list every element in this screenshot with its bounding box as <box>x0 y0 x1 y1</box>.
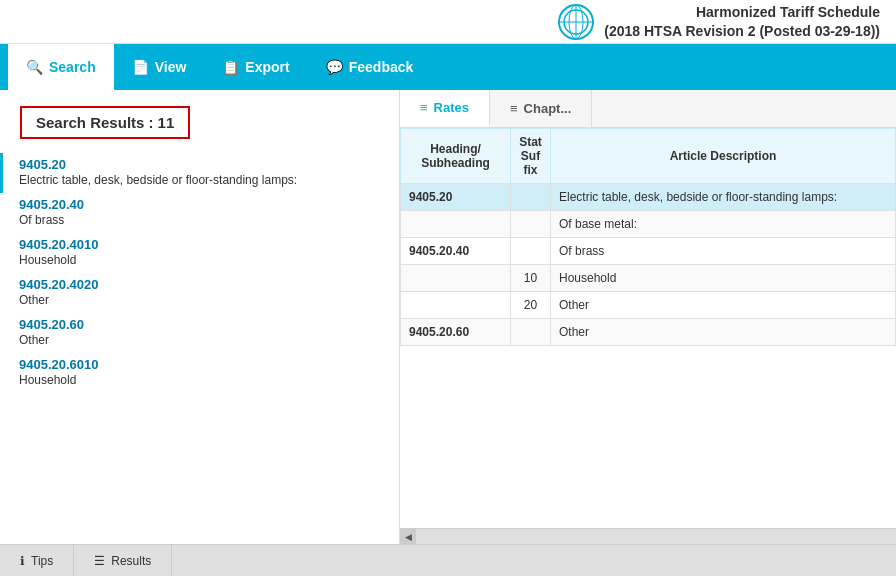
cell-heading: 9405.20 <box>401 184 511 211</box>
cell-suffix: 20 <box>511 292 551 319</box>
list-item-code: 9405.20 <box>19 157 383 172</box>
right-content[interactable]: Heading/Subheading StatSuffix Article De… <box>400 128 896 528</box>
col-suffix: StatSuffix <box>511 129 551 184</box>
nav-feedback-label: Feedback <box>349 59 414 75</box>
list-item-desc: Electric table, desk, bedside or floor-s… <box>19 173 383 187</box>
header-title-line1: Harmonized Tariff Schedule <box>604 3 880 21</box>
list-item-desc: Other <box>19 333 383 347</box>
results-label: Results <box>111 554 151 568</box>
list-item[interactable]: 9405.20.40Of brass <box>0 193 399 233</box>
list-item[interactable]: 9405.20.60Other <box>0 313 399 353</box>
list-item-code: 9405.20.6010 <box>19 357 383 372</box>
table-row[interactable]: 9405.20Electric table, desk, bedside or … <box>401 184 896 211</box>
table-row[interactable]: 10Household <box>401 265 896 292</box>
col-description: Article Description <box>551 129 896 184</box>
search-results-box: Search Results : 11 <box>20 106 190 139</box>
cell-description: Other <box>551 292 896 319</box>
cell-suffix <box>511 211 551 238</box>
chapter-tab-label: Chapt... <box>524 101 572 116</box>
cell-description: Of base metal: <box>551 211 896 238</box>
nav-tab-export[interactable]: 📋 Export <box>204 44 307 90</box>
table-row[interactable]: 9405.20.40Of brass <box>401 238 896 265</box>
list-item[interactable]: 9405.20.6010Household <box>0 353 399 393</box>
table-row[interactable]: 9405.20.60Other <box>401 319 896 346</box>
list-item-code: 9405.20.60 <box>19 317 383 332</box>
search-results-count: 11 <box>158 114 175 131</box>
cell-suffix <box>511 319 551 346</box>
scroll-left-arrow[interactable]: ◀ <box>400 529 416 544</box>
list-item-code: 9405.20.40 <box>19 197 383 212</box>
cell-description: Other <box>551 319 896 346</box>
cell-description: Electric table, desk, bedside or floor-s… <box>551 184 896 211</box>
header-logo <box>558 4 594 40</box>
right-panel: ≡ Rates ≡ Chapt... Heading/Subheading St… <box>400 90 896 544</box>
rates-tab-label: Rates <box>434 100 469 115</box>
cell-description: Of brass <box>551 238 896 265</box>
header: Harmonized Tariff Schedule (2018 HTSA Re… <box>0 0 896 44</box>
view-nav-icon: 📄 <box>132 59 149 75</box>
header-title-line2: (2018 HTSA Revision 2 (Posted 03-29-18)) <box>604 22 880 40</box>
results-icon: ☰ <box>94 554 105 568</box>
list-item-desc: Other <box>19 293 383 307</box>
cell-suffix <box>511 184 551 211</box>
rates-tab-icon: ≡ <box>420 100 428 115</box>
feedback-nav-icon: 💬 <box>326 59 343 75</box>
results-button[interactable]: ☰ Results <box>74 545 172 576</box>
tab-rates[interactable]: ≡ Rates <box>400 90 490 127</box>
right-tabs: ≡ Rates ≡ Chapt... <box>400 90 896 128</box>
list-item[interactable]: 9405.20Electric table, desk, bedside or … <box>0 153 399 193</box>
table-header-row: Heading/Subheading StatSuffix Article De… <box>401 129 896 184</box>
cell-heading <box>401 265 511 292</box>
col-heading: Heading/Subheading <box>401 129 511 184</box>
list-item[interactable]: 9405.20.4020Other <box>0 273 399 313</box>
list-item[interactable]: 9405.20.4010Household <box>0 233 399 273</box>
cell-heading: 9405.20.60 <box>401 319 511 346</box>
list-item-code: 9405.20.4010 <box>19 237 383 252</box>
list-item-code: 9405.20.4020 <box>19 277 383 292</box>
main-content: Search Results : 11 9405.20Electric tabl… <box>0 90 896 544</box>
nav-search-label: Search <box>49 59 96 75</box>
tab-chapter[interactable]: ≡ Chapt... <box>490 90 592 127</box>
cell-heading <box>401 211 511 238</box>
tips-icon: ℹ <box>20 554 25 568</box>
bottom-bar: ℹ Tips ☰ Results <box>0 544 896 576</box>
table-row[interactable]: 20Other <box>401 292 896 319</box>
table-row[interactable]: Of base metal: <box>401 211 896 238</box>
left-panel: Search Results : 11 9405.20Electric tabl… <box>0 90 400 544</box>
tips-button[interactable]: ℹ Tips <box>0 545 74 576</box>
export-nav-icon: 📋 <box>222 59 239 75</box>
search-nav-icon: 🔍 <box>26 59 43 75</box>
cell-heading <box>401 292 511 319</box>
cell-suffix <box>511 238 551 265</box>
nav-tab-feedback[interactable]: 💬 Feedback <box>308 44 432 90</box>
header-title: Harmonized Tariff Schedule (2018 HTSA Re… <box>604 3 880 39</box>
nav-view-label: View <box>155 59 187 75</box>
list-item-desc: Household <box>19 253 383 267</box>
list-item-desc: Of brass <box>19 213 383 227</box>
nav-tab-search[interactable]: 🔍 Search <box>8 44 114 90</box>
cell-description: Household <box>551 265 896 292</box>
chapter-tab-icon: ≡ <box>510 101 518 116</box>
nav-export-label: Export <box>245 59 289 75</box>
nav-tab-view[interactable]: 📄 View <box>114 44 205 90</box>
search-results-header: Search Results : 11 <box>0 90 399 149</box>
cell-heading: 9405.20.40 <box>401 238 511 265</box>
search-results-label: Search Results : <box>36 114 154 131</box>
navbar: 🔍 Search 📄 View 📋 Export 💬 Feedback <box>0 44 896 90</box>
results-table: Heading/Subheading StatSuffix Article De… <box>400 128 896 346</box>
horizontal-scrollbar[interactable]: ◀ <box>400 528 896 544</box>
cell-suffix: 10 <box>511 265 551 292</box>
left-list[interactable]: 9405.20Electric table, desk, bedside or … <box>0 149 399 544</box>
tips-label: Tips <box>31 554 53 568</box>
list-item-desc: Household <box>19 373 383 387</box>
